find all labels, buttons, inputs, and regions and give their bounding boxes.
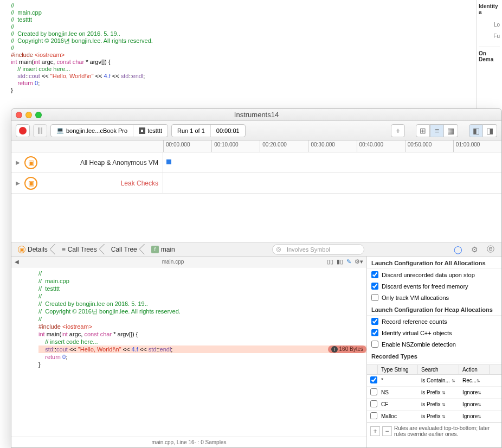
table-row[interactable]: Mallocis Prefix ⇅Ignore⇅ [367,411,501,423]
config-checkbox-row[interactable]: Record reference counts [367,316,501,327]
left-panel-button[interactable]: ◧ [469,124,483,137]
search-cell[interactable]: is Prefix ⇅ [418,400,459,409]
action-cell[interactable]: Ignore⇅ [459,400,490,409]
type-string-cell: NS [378,388,418,397]
detail-bar: ▣Details ≡ Call Trees Call Tree fmain In… [11,242,501,257]
code-header: ◀ main.cpp ▯▯ ▮▯ ✎ ⚙▾ [11,257,366,267]
action-cell[interactable]: Ignore⇅ [459,412,490,421]
remove-rule-button[interactable]: − [382,426,392,436]
elapsed-time: 00:00:01 [211,125,245,137]
instrument-icon: ▣ [24,156,37,169]
disclosure-icon[interactable]: ▶ [16,159,20,165]
identity-header: Identity a [479,3,500,15]
ruler-tick: 00:40.000 [357,140,405,152]
disclosure-icon[interactable]: ▶ [16,180,20,186]
window-titlebar[interactable]: Instruments14 [11,109,501,121]
action-cell[interactable]: Rec...⇅ [459,376,490,385]
run-label: Run 1 of 1 [172,125,211,137]
identity-inspector-panel: Identity a Lo Fu On Dema [476,0,502,108]
add-rule-button[interactable]: + [370,426,380,436]
tracks-area: ▶▣All Heap & Anonymous VM▶▣Leak Checks [11,152,501,194]
nav-back-icon[interactable]: ◀ [15,259,19,265]
add-instrument-button[interactable]: + [391,124,405,137]
code-body[interactable]: //// main.cpp// testttt//// Created by b… [11,267,366,437]
config-checkbox[interactable] [371,329,378,336]
table-header[interactable]: Action [459,365,490,374]
right-panel-button[interactable]: ◨ [483,124,497,137]
main-toolbar: 💻bongjin.lee...cBook Pro testttt Run 1 o… [11,121,501,140]
config-checkbox-label: Enable NSZombie detection [382,341,456,348]
config-checkbox[interactable] [371,271,378,278]
config-checkbox-label: Discard events for freed memory [382,283,468,290]
config-section-header: Recorded Types [367,350,501,362]
config-checkbox[interactable] [371,318,378,325]
config-checkbox-row[interactable]: Identify virtual C++ objects [367,327,501,338]
crumb-details[interactable]: ▣Details [11,242,55,256]
instrument-icon: ▣ [24,177,37,190]
display-settings-icon[interactable]: ⚙ [470,245,479,254]
config-checkbox-row[interactable]: Discard unrecorded data upon stop [367,269,501,280]
crumb-calltrees[interactable]: ≡ Call Trees [55,242,105,256]
crumb-main[interactable]: fmain [145,242,183,256]
strategy-list-button[interactable]: ≡ [430,124,444,137]
config-checkbox[interactable] [371,283,378,290]
instruments-window: Instruments14 💻bongjin.lee...cBook Pro t… [11,108,502,448]
table-row[interactable]: NSis Prefix ⇅Ignore⇅ [367,387,501,399]
pause-button[interactable] [33,124,47,137]
table-row[interactable]: *is Contain... ⇅Rec...⇅ [367,375,501,387]
extended-detail-icon[interactable]: ⓔ [486,245,495,254]
on-demand-header: On Dema [479,47,500,62]
record-settings-icon[interactable]: ◯ [454,245,462,254]
config-checkbox-row[interactable]: Enable NSZombie detection [367,338,501,350]
recorded-types-table: Type StringSearchAction*is Contain... ⇅R… [367,364,501,423]
table-header[interactable]: Type String [378,365,418,374]
footer-text: Rules are evaluated top-to-bottom; later… [394,425,498,437]
highlighted-leak-line[interactable]: std::cout << "Hello, World!\n" << 4.f <<… [38,345,366,353]
run-info[interactable]: Run 1 of 1 00:00:01 [171,124,246,137]
table-header[interactable] [367,365,378,374]
view-col2-icon[interactable]: ▮▯ [337,258,343,265]
panel-buttons: ◧ ◨ [469,124,497,137]
search-cell[interactable]: is Prefix ⇅ [418,412,459,421]
window-title: Instruments14 [11,111,501,119]
config-checkbox-row[interactable]: Discard events for freed memory [367,280,501,292]
config-checkbox-label: Discard unrecorded data upon stop [382,272,475,278]
list-icon: ≡ [62,246,66,253]
lower-split: ◀ main.cpp ▯▯ ▮▯ ✎ ⚙▾ //// main.cpp// te… [11,257,501,447]
annotation-icon[interactable]: ✎ [346,258,351,265]
row-checkbox[interactable] [370,412,377,419]
table-header[interactable]: Search [418,365,459,374]
record-button[interactable] [16,124,30,137]
ruler-tick: 00:50.000 [405,140,453,152]
ruler-tick: 00:10.000 [211,140,260,152]
process-icon [139,127,145,134]
config-section-header: Launch Configuration for Heap Allocation… [367,303,501,316]
config-checkbox-row[interactable]: Only track VM allocations [367,292,501,303]
symbol-search-input[interactable]: Involves Symbol [272,244,364,255]
table-row[interactable]: CFis Prefix ⇅Ignore⇅ [367,399,501,411]
time-ruler[interactable]: 00:00.00000:10.00000:20.00000:30.00000:4… [11,140,501,152]
type-string-cell: CF [378,400,418,409]
crumb-calltree[interactable]: Call Tree [105,242,145,256]
target-selector[interactable]: 💻bongjin.lee...cBook Pro testttt [50,124,168,137]
view-col1-icon[interactable]: ▯▯ [327,258,333,265]
config-checkbox[interactable] [371,341,378,348]
source-code-pane: ◀ main.cpp ▯▯ ▮▯ ✎ ⚙▾ //// main.cpp// te… [11,257,367,447]
track-row[interactable]: ▶▣All Heap & Anonymous VM [11,152,501,173]
gear-icon[interactable]: ⚙▾ [355,258,363,265]
row-checkbox[interactable] [370,376,377,383]
strategy-icon-button[interactable]: ⊞ [416,124,430,137]
type-string-cell: * [378,376,418,385]
config-checkbox[interactable] [371,294,378,301]
row-checkbox[interactable] [370,388,377,395]
leak-bytes-badge[interactable]: 160 Bytes [328,345,366,353]
track-row[interactable]: ▶▣Leak Checks [11,173,501,194]
laptop-icon: 💻 [56,127,64,134]
search-cell[interactable]: is Contain... ⇅ [418,376,459,385]
search-cell[interactable]: is Prefix ⇅ [418,388,459,397]
ruler-tick: 01:00.000 [453,140,501,152]
row-checkbox[interactable] [370,400,377,407]
record-icon [19,127,27,135]
strategy-grid-button[interactable]: ▦ [444,124,458,137]
action-cell[interactable]: Ignore⇅ [459,388,490,397]
